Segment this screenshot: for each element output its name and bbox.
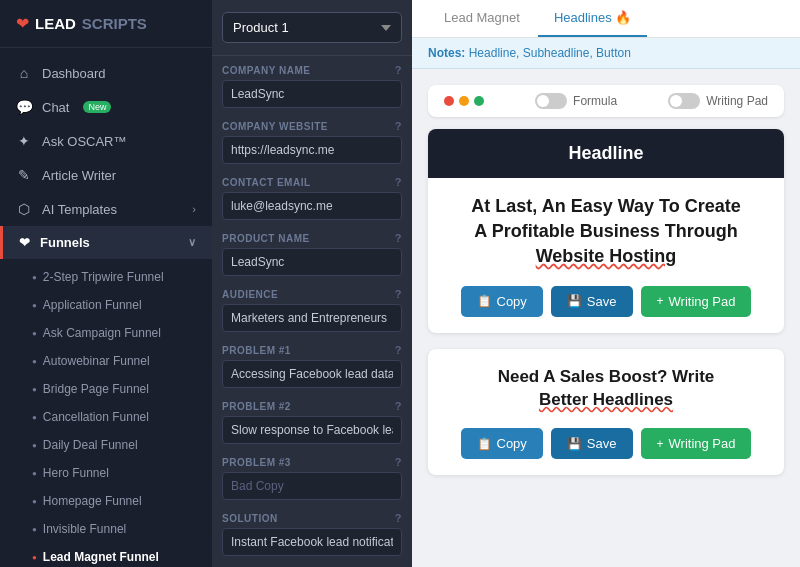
dashboard-icon: ⌂ bbox=[16, 65, 32, 81]
headline-card-1: Headline At Last, An Easy Way To Create … bbox=[428, 129, 784, 333]
company-website-input[interactable] bbox=[222, 136, 402, 164]
card1-line2: A Profitable Business Through bbox=[474, 221, 737, 241]
notes-text: Headline, Subheadline, Button bbox=[469, 46, 631, 60]
help-icon[interactable]: ? bbox=[395, 512, 402, 524]
bullet-icon: ● bbox=[32, 469, 37, 478]
tab-lead-magnet[interactable]: Lead Magnet bbox=[428, 0, 536, 37]
sidebar-item-label: Dashboard bbox=[42, 66, 106, 81]
contact-email-input[interactable] bbox=[222, 192, 402, 220]
product-select-wrap: Product 1 Product 2 Product 3 bbox=[212, 0, 412, 56]
sub-item-2step[interactable]: ● 2-Step Tripwire Funnel bbox=[0, 263, 212, 291]
bullet-icon: ● bbox=[32, 525, 37, 534]
solution-input[interactable] bbox=[222, 528, 402, 556]
help-icon[interactable]: ? bbox=[395, 456, 402, 468]
formula-label: Formula bbox=[573, 94, 617, 108]
sub-item-label: 2-Step Tripwire Funnel bbox=[43, 270, 164, 284]
problem3-label: PROBLEM #3 bbox=[222, 457, 291, 468]
logo-icon: ❤ bbox=[16, 14, 29, 33]
writing-pad-btn-label: Writing Pad bbox=[669, 436, 736, 451]
sidebar-item-oscar[interactable]: ✦ Ask OSCAR™ bbox=[0, 124, 212, 158]
audience-input[interactable] bbox=[222, 304, 402, 332]
sidebar-item-label: Ask OSCAR™ bbox=[42, 134, 127, 149]
oscar-icon: ✦ bbox=[16, 133, 32, 149]
sidebar-item-article-writer[interactable]: ✎ Article Writer bbox=[0, 158, 212, 192]
save-button-2[interactable]: 💾 Save bbox=[551, 428, 633, 459]
save-button-1[interactable]: 💾 Save bbox=[551, 286, 633, 317]
sub-item-daily-deal[interactable]: ● Daily Deal Funnel bbox=[0, 431, 212, 459]
field-problem3: PROBLEM #3 ? bbox=[212, 448, 412, 504]
card1-actions: 📋 Copy 💾 Save + Writing Pad bbox=[444, 286, 768, 317]
help-icon[interactable]: ? bbox=[395, 344, 402, 356]
writing-pad-button-2[interactable]: + Writing Pad bbox=[641, 428, 752, 459]
problem3-input[interactable] bbox=[222, 472, 402, 500]
yellow-light bbox=[459, 96, 469, 106]
help-icon[interactable]: ? bbox=[395, 232, 402, 244]
writing-pad-toggle[interactable] bbox=[668, 93, 700, 109]
green-light bbox=[474, 96, 484, 106]
field-problem1: PROBLEM #1 ? bbox=[212, 336, 412, 392]
copy-label: Copy bbox=[497, 294, 527, 309]
card2-text: Need A Sales Boost? Write Better Headlin… bbox=[444, 365, 768, 413]
headline-card-2: Need A Sales Boost? Write Better Headlin… bbox=[428, 349, 784, 476]
headline-section-title: Headline bbox=[428, 129, 784, 178]
sub-item-cancellation[interactable]: ● Cancellation Funnel bbox=[0, 403, 212, 431]
sub-item-label: Ask Campaign Funnel bbox=[43, 326, 161, 340]
sidebar-item-ai-templates[interactable]: ⬡ AI Templates › bbox=[0, 192, 212, 226]
formula-toggle[interactable] bbox=[535, 93, 567, 109]
help-icon[interactable]: ? bbox=[395, 400, 402, 412]
product-name-input[interactable] bbox=[222, 248, 402, 276]
sidebar-nav: ⌂ Dashboard 💬 Chat New ✦ Ask OSCAR™ ✎ Ar… bbox=[0, 48, 212, 567]
save-icon: 💾 bbox=[567, 294, 582, 308]
sub-item-label: Daily Deal Funnel bbox=[43, 438, 138, 452]
plus-icon: + bbox=[657, 294, 664, 308]
company-name-label: COMPANY NAME bbox=[222, 65, 310, 76]
problem1-input[interactable] bbox=[222, 360, 402, 388]
chat-icon: 💬 bbox=[16, 99, 32, 115]
sub-item-application[interactable]: ● Application Funnel bbox=[0, 291, 212, 319]
field-product-name: PRODUCT NAME ? bbox=[212, 224, 412, 280]
sub-item-lead-magnet[interactable]: ● Lead Magnet Funnel bbox=[0, 543, 212, 567]
active-bullet-icon: ● bbox=[32, 553, 37, 562]
funnels-icon: ❤ bbox=[19, 235, 30, 250]
help-icon[interactable]: ? bbox=[395, 120, 402, 132]
sidebar-item-funnels[interactable]: ❤ Funnels ∨ bbox=[0, 226, 212, 259]
writing-pad-button-1[interactable]: + Writing Pad bbox=[641, 286, 752, 317]
sub-item-homepage[interactable]: ● Homepage Funnel bbox=[0, 487, 212, 515]
copy-button-1[interactable]: 📋 Copy bbox=[461, 286, 543, 317]
sub-item-label: Hero Funnel bbox=[43, 466, 109, 480]
help-icon[interactable]: ? bbox=[395, 64, 402, 76]
save-icon: 💾 bbox=[567, 437, 582, 451]
sub-item-autowebinar[interactable]: ● Autowebinar Funnel bbox=[0, 347, 212, 375]
problem2-input[interactable] bbox=[222, 416, 402, 444]
ai-icon: ⬡ bbox=[16, 201, 32, 217]
sub-item-label: Application Funnel bbox=[43, 298, 142, 312]
sub-item-invisible[interactable]: ● Invisible Funnel bbox=[0, 515, 212, 543]
sidebar-item-chat[interactable]: 💬 Chat New bbox=[0, 90, 212, 124]
help-icon[interactable]: ? bbox=[395, 288, 402, 300]
field-solution: SOLUTION ? bbox=[212, 504, 412, 560]
sidebar-item-label: Article Writer bbox=[42, 168, 116, 183]
card2-line2: Better Headlines bbox=[539, 390, 673, 409]
sub-item-bridge-page[interactable]: ● Bridge Page Funnel bbox=[0, 375, 212, 403]
company-name-input[interactable] bbox=[222, 80, 402, 108]
main-area: Lead Magnet Headlines 🔥 Notes: Headline,… bbox=[412, 0, 800, 567]
sidebar-item-dashboard[interactable]: ⌂ Dashboard bbox=[0, 56, 212, 90]
field-desired-result: DESIRED RESULT ? bbox=[212, 560, 412, 567]
sub-item-ask-campaign[interactable]: ● Ask Campaign Funnel bbox=[0, 319, 212, 347]
writing-pad-label: Writing Pad bbox=[706, 94, 768, 108]
copy-label: Copy bbox=[497, 436, 527, 451]
tab-headlines[interactable]: Headlines 🔥 bbox=[538, 0, 647, 37]
contact-email-label: CONTACT EMAIL bbox=[222, 177, 311, 188]
field-company-name: COMPANY NAME ? bbox=[212, 56, 412, 112]
problem1-label: PROBLEM #1 bbox=[222, 345, 291, 356]
bullet-icon: ● bbox=[32, 413, 37, 422]
funnels-sub-items: ● 2-Step Tripwire Funnel ● Application F… bbox=[0, 259, 212, 567]
help-icon[interactable]: ? bbox=[395, 176, 402, 188]
sub-item-hero[interactable]: ● Hero Funnel bbox=[0, 459, 212, 487]
product-select[interactable]: Product 1 Product 2 Product 3 bbox=[222, 12, 402, 43]
problem2-label: PROBLEM #2 bbox=[222, 401, 291, 412]
chevron-down-icon: ∨ bbox=[188, 236, 196, 249]
solution-label: SOLUTION bbox=[222, 513, 278, 524]
plus-icon: + bbox=[657, 437, 664, 451]
copy-button-2[interactable]: 📋 Copy bbox=[461, 428, 543, 459]
